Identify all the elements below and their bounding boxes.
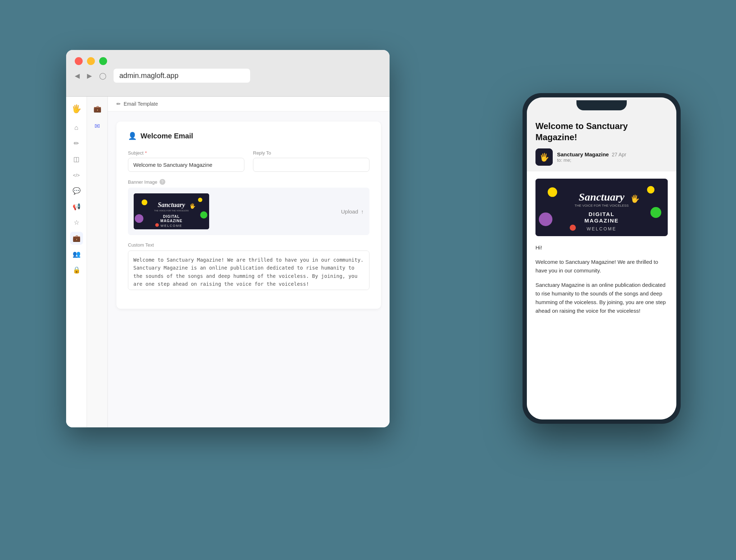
maximize-button[interactable]: [99, 57, 107, 65]
sidebar-item-chat[interactable]: 💬: [70, 184, 83, 197]
svg-point-2: [198, 198, 202, 202]
banner-area: Sanctuary THE VOICE FOR THE VOICELESS 🖐 …: [128, 188, 369, 235]
sender-date: 27 Apr: [612, 152, 626, 157]
subject-group: Subject *: [128, 150, 244, 172]
sidebar-item-folder[interactable]: ◫: [70, 153, 83, 166]
browser-chrome: ◀ ▶ ◯ admin.magloft.app: [66, 50, 390, 97]
svg-text:MAGAZINE: MAGAZINE: [584, 218, 619, 224]
form-title-text: Welcome Email: [141, 132, 193, 140]
forward-button[interactable]: ▶: [87, 72, 92, 80]
email-banner-preview: Sanctuary THE VOICE FOR THE VOICELESS 🖐 …: [535, 179, 668, 236]
form-title-icon: 👤: [128, 132, 137, 140]
sender-name: Sanctuary Magazine: [557, 151, 609, 157]
required-marker: *: [145, 150, 147, 156]
banner-preview: Sanctuary THE VOICE FOR THE VOICELESS 🖐 …: [134, 193, 209, 229]
email-para2: Sanctuary Magazine is an online publicat…: [535, 281, 668, 315]
form-container: 👤 Welcome Email Subject * Reply To: [116, 121, 381, 309]
nav-briefcase-icon[interactable]: 💼: [91, 102, 104, 115]
phone-inner: Welcome to Sanctuary Magazine! 🖐 Sanctua…: [527, 97, 676, 419]
svg-point-19: [570, 225, 576, 231]
reply-to-group: Reply To: [253, 150, 369, 172]
svg-text:THE VOICE FOR THE VOICELESS: THE VOICE FOR THE VOICELESS: [154, 210, 189, 212]
custom-text-textarea[interactable]: Welcome to Sanctuary Magazine! We are th…: [128, 251, 369, 290]
sidebar-item-logo[interactable]: 🖐: [70, 102, 83, 115]
main-content: ✏ Email Template 👤 Welcome Email Subject…: [108, 97, 390, 427]
email-greeting: Hi!: [535, 243, 668, 252]
subject-input[interactable]: [128, 158, 244, 172]
reply-to-input[interactable]: [253, 158, 369, 172]
svg-text:Sanctuary: Sanctuary: [158, 201, 185, 208]
svg-text:Sanctuary: Sanctuary: [579, 191, 625, 203]
svg-text:WELCOME: WELCOME: [161, 224, 183, 228]
svg-point-4: [135, 214, 143, 223]
upload-label: Upload: [341, 208, 358, 215]
sender-to: to: me;: [557, 157, 668, 163]
subject-label: Subject *: [128, 150, 244, 156]
email-body: Sanctuary THE VOICE FOR THE VOICELESS 🖐 …: [527, 171, 676, 328]
banner-label: Banner Image ?: [128, 179, 369, 185]
upload-icon: ↑: [361, 208, 364, 215]
svg-text:DIGITAL: DIGITAL: [163, 215, 180, 219]
address-bar[interactable]: admin.magloft.app: [114, 69, 250, 83]
email-header-section: Welcome to Sanctuary Magazine! 🖐 Sanctua…: [527, 113, 676, 171]
sidebar-item-home[interactable]: ⌂: [70, 121, 83, 134]
minimize-button[interactable]: [87, 57, 95, 65]
sidebar-item-star[interactable]: ☆: [70, 216, 83, 229]
sender-info: Sanctuary Magazine 27 Apr to: me;: [557, 151, 668, 163]
svg-point-1: [142, 199, 147, 205]
svg-point-18: [539, 213, 552, 226]
sidebar-item-broadcast[interactable]: 📢: [70, 200, 83, 213]
svg-text:🖐: 🖐: [189, 203, 196, 209]
phone-content: Welcome to Sanctuary Magazine! 🖐 Sanctua…: [527, 113, 676, 419]
sender-row: 🖐 Sanctuary Magazine 27 Apr to: me;: [535, 148, 668, 166]
breadcrumb-icon: ✏: [116, 101, 121, 107]
sidebar-item-lock[interactable]: 🔒: [70, 263, 83, 276]
svg-text:🖐: 🖐: [539, 152, 549, 162]
form-title: 👤 Welcome Email: [128, 132, 369, 140]
app-layout: 🖐 ⌂ ✏ ◫ </> 💬 📢 ☆ 💼 👥 🔒 💼 ✉: [66, 97, 390, 427]
svg-point-17: [650, 207, 661, 218]
sidebar-item-team[interactable]: 👥: [70, 248, 83, 261]
svg-text:MAGAZINE: MAGAZINE: [160, 219, 182, 223]
phone-mockup: Welcome to Sanctuary Magazine! 🖐 Sanctua…: [523, 93, 681, 424]
custom-text-section: Custom Text Welcome to Sanctuary Magazin…: [128, 242, 369, 292]
sender-avatar: 🖐: [535, 148, 553, 166]
scene: ◀ ▶ ◯ admin.magloft.app 🖐 ⌂ ✏ ◫ </> 💬 📢 …: [45, 28, 691, 532]
email-para1: Welcome to Sanctuary Magazine! We are th…: [535, 258, 668, 275]
custom-text-label: Custom Text: [128, 242, 369, 248]
svg-point-16: [647, 186, 654, 194]
sidebar: 🖐 ⌂ ✏ ◫ </> 💬 📢 ☆ 💼 👥 🔒: [66, 97, 87, 427]
upload-button[interactable]: Upload ↑: [341, 208, 364, 215]
phone-notch: [576, 100, 627, 110]
close-button[interactable]: [75, 57, 83, 65]
svg-point-15: [548, 188, 557, 197]
breadcrumb-label: Email Template: [124, 101, 158, 107]
sidebar-item-briefcase[interactable]: 💼: [70, 232, 83, 245]
second-nav-panel: 💼 ✉: [87, 97, 108, 427]
svg-point-5: [155, 223, 159, 227]
banner-info-icon: ?: [160, 179, 165, 185]
sidebar-item-code[interactable]: </>: [70, 169, 83, 182]
svg-text:DIGITAL: DIGITAL: [589, 211, 615, 217]
svg-text:WELCOME: WELCOME: [586, 227, 616, 232]
svg-text:THE VOICE FOR THE VOICELESS: THE VOICE FOR THE VOICELESS: [575, 203, 629, 207]
sidebar-item-edit[interactable]: ✏: [70, 137, 83, 150]
browser-nav: ◀ ▶ ◯ admin.magloft.app: [66, 69, 390, 88]
email-preview-title: Welcome to Sanctuary Magazine!: [535, 120, 668, 143]
svg-text:🖐: 🖐: [630, 194, 640, 203]
browser-window: ◀ ▶ ◯ admin.magloft.app 🖐 ⌂ ✏ ◫ </> 💬 📢 …: [66, 50, 390, 427]
reload-button[interactable]: ◯: [99, 72, 106, 80]
phone-notch-bar: [527, 97, 676, 113]
form-row-subject: Subject * Reply To: [128, 150, 369, 172]
email-text: Hi! Welcome to Sanctuary Magazine! We ar…: [535, 243, 668, 315]
svg-point-3: [200, 211, 207, 219]
banner-section: Banner Image ?: [128, 179, 369, 235]
nav-email-icon[interactable]: ✉: [91, 120, 104, 133]
back-button[interactable]: ◀: [75, 72, 80, 80]
browser-titlebar: [66, 50, 390, 69]
breadcrumb: ✏ Email Template: [108, 97, 390, 111]
reply-to-label: Reply To: [253, 150, 369, 156]
